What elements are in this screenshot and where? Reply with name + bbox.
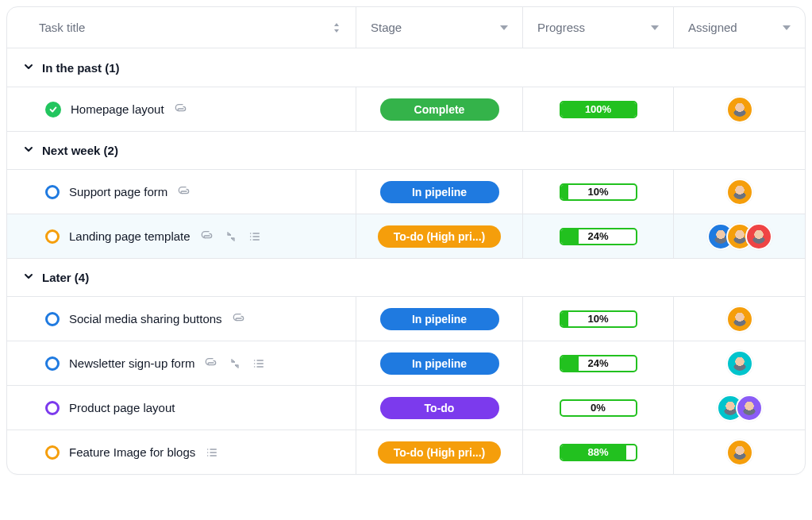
svg-point-15 <box>207 449 209 450</box>
avatar-group <box>726 439 753 466</box>
task-assigned-cell <box>674 430 805 474</box>
avatar-group <box>726 96 753 123</box>
status-circle-icon[interactable] <box>45 312 60 326</box>
task-title-cell: Homepage layout <box>7 87 356 131</box>
column-header-assigned[interactable]: Assigned <box>674 7 805 48</box>
status-circle-icon[interactable] <box>45 229 60 244</box>
attachment-icon[interactable] <box>177 185 191 199</box>
chevron-down-icon[interactable] <box>23 271 34 284</box>
task-stage-cell: To-do <box>356 386 523 429</box>
avatar-group <box>726 350 753 377</box>
stage-pill[interactable]: In pipeline <box>380 181 499 203</box>
svg-point-4 <box>249 236 251 237</box>
attachment-icon[interactable] <box>174 102 188 117</box>
task-name: Support page form <box>69 185 167 198</box>
group-header[interactable]: In the past (1) <box>7 48 805 87</box>
svg-point-16 <box>207 452 209 453</box>
chevron-down-icon[interactable] <box>23 61 34 75</box>
group-header[interactable]: Next week (2) <box>7 131 805 169</box>
attachment-icon[interactable] <box>232 312 246 326</box>
progress-text: 10% <box>561 185 636 199</box>
chevron-down-icon[interactable] <box>783 25 791 30</box>
status-circle-icon[interactable] <box>45 185 60 199</box>
task-row[interactable]: Landing page template To-do (High pri...… <box>7 214 805 258</box>
status-circle-icon[interactable] <box>45 356 60 371</box>
progress-text: 100% <box>561 102 636 117</box>
stage-pill[interactable]: To-do (High pri...) <box>378 225 502 248</box>
progress-bar: 24% <box>560 355 637 372</box>
task-title-cell: Feature Image for blogs <box>7 430 356 474</box>
chevron-down-icon[interactable] <box>23 144 34 157</box>
status-circle-icon[interactable] <box>45 401 60 415</box>
task-stage-cell: Complete <box>356 87 523 131</box>
task-title-cell: Support page form <box>7 170 356 214</box>
task-progress-cell: 0% <box>523 386 674 429</box>
avatar[interactable] <box>726 439 753 466</box>
list-icon[interactable] <box>248 229 262 244</box>
task-row[interactable]: Newsletter sign-up form In pipeline 24% <box>7 341 805 385</box>
task-assigned-cell <box>674 297 805 341</box>
progress-bar: 10% <box>560 310 637 328</box>
task-name: Homepage layout <box>71 102 164 116</box>
task-row[interactable]: Product page layout To-do 0% <box>7 385 805 429</box>
task-stage-cell: In pipeline <box>356 341 523 385</box>
list-icon[interactable] <box>252 356 266 371</box>
stage-pill[interactable]: In pipeline <box>380 308 499 330</box>
task-progress-cell: 10% <box>523 297 674 341</box>
task-name: Product page layout <box>69 401 175 414</box>
avatar[interactable] <box>745 223 772 250</box>
task-progress-cell: 24% <box>523 214 674 258</box>
avatar-group <box>726 306 753 333</box>
column-header-title[interactable]: Task title <box>7 7 356 48</box>
status-circle-icon[interactable] <box>45 445 60 460</box>
list-icon[interactable] <box>205 445 219 460</box>
task-name: Newsletter sign-up form <box>69 356 194 370</box>
task-name: Social media sharing buttons <box>69 312 222 325</box>
stage-pill[interactable]: To-do (High pri...) <box>378 441 502 464</box>
sort-icon[interactable] <box>332 22 341 33</box>
status-complete-icon[interactable] <box>45 102 61 117</box>
attachment-icon[interactable] <box>200 229 214 244</box>
task-row[interactable]: Homepage layout Complete 100% <box>7 87 805 131</box>
task-assigned-cell <box>674 386 805 429</box>
task-row[interactable]: Feature Image for blogs To-do (High pri.… <box>7 429 805 474</box>
task-assigned-cell <box>674 341 805 385</box>
stage-pill[interactable]: To-do <box>380 397 499 419</box>
avatar[interactable] <box>726 96 753 123</box>
stage-pill[interactable]: In pipeline <box>380 352 499 375</box>
group-header[interactable]: Later (4) <box>7 258 805 296</box>
task-progress-cell: 10% <box>523 170 674 214</box>
svg-point-3 <box>249 233 251 234</box>
group-label: In the past (1) <box>42 61 120 75</box>
avatar-group <box>726 179 753 206</box>
task-name: Feature Image for blogs <box>69 445 195 459</box>
progress-text: 10% <box>561 312 636 326</box>
column-header-stage[interactable]: Stage <box>356 7 523 48</box>
progress-bar: 100% <box>560 101 637 118</box>
task-progress-cell: 100% <box>523 87 674 131</box>
task-row[interactable]: Support page form In pipeline 10% <box>7 169 805 214</box>
task-assigned-cell <box>674 87 805 131</box>
task-stage-cell: To-do (High pri...) <box>356 430 523 474</box>
task-stage-cell: To-do (High pri...) <box>356 214 523 258</box>
task-title-cell: Landing page template <box>7 214 356 258</box>
stage-pill[interactable]: Complete <box>380 98 499 121</box>
subtask-icon[interactable] <box>224 229 238 244</box>
avatar[interactable] <box>726 179 753 206</box>
progress-bar: 24% <box>560 228 637 245</box>
progress-text: 88% <box>561 445 636 460</box>
chevron-down-icon[interactable] <box>651 25 659 30</box>
avatar[interactable] <box>726 306 753 333</box>
task-assigned-cell <box>674 214 805 258</box>
svg-point-5 <box>249 239 251 241</box>
avatar[interactable] <box>736 395 763 422</box>
table-body: In the past (1) Homepage layout Complete… <box>7 48 805 474</box>
attachment-icon[interactable] <box>204 356 218 371</box>
task-assigned-cell <box>674 170 805 214</box>
chevron-down-icon[interactable] <box>500 25 508 30</box>
avatar[interactable] <box>726 350 753 377</box>
column-header-progress[interactable]: Progress <box>523 7 674 48</box>
avatar-group <box>707 223 772 250</box>
task-row[interactable]: Social media sharing buttons In pipeline… <box>7 296 805 341</box>
subtask-icon[interactable] <box>228 356 242 371</box>
